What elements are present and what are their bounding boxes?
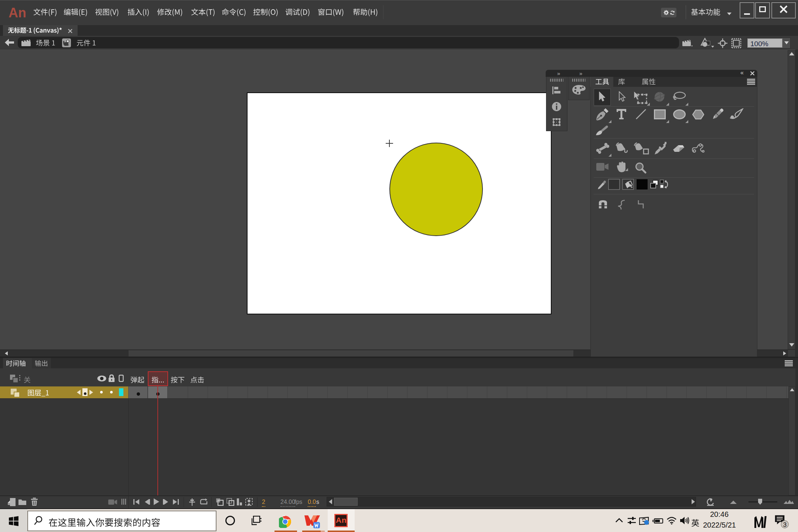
svg-text:3: 3 (783, 521, 787, 528)
